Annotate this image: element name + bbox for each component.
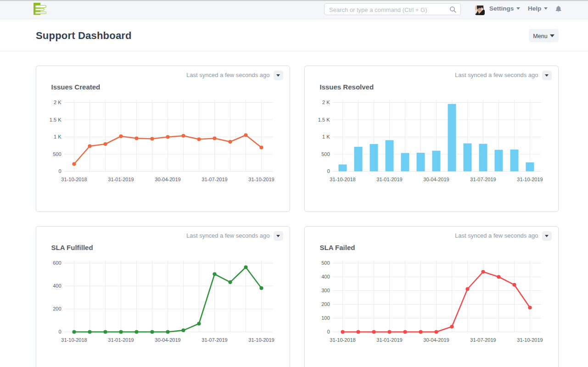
svg-text:500: 500 (321, 260, 330, 266)
svg-text:200: 200 (53, 306, 61, 311)
svg-text:30-04-2019: 30-04-2019 (423, 337, 449, 342)
svg-text:0: 0 (327, 329, 330, 334)
svg-text:500: 500 (321, 151, 330, 156)
svg-text:30-04-2019: 30-04-2019 (155, 176, 180, 182)
svg-text:31-10-2019: 31-10-2019 (517, 176, 543, 182)
svg-text:1 K: 1 K (322, 134, 330, 139)
svg-text:31-10-2018: 31-10-2018 (330, 176, 355, 182)
svg-text:31-07-2019: 31-07-2019 (470, 337, 496, 342)
svg-text:600: 600 (53, 260, 61, 266)
svg-text:31-07-2019: 31-07-2019 (470, 176, 496, 182)
svg-text:0: 0 (58, 329, 61, 334)
svg-text:31-01-2019: 31-01-2019 (376, 176, 402, 182)
svg-text:500: 500 (53, 151, 61, 156)
svg-text:31-07-2019: 31-07-2019 (202, 176, 227, 182)
svg-text:400: 400 (53, 283, 61, 289)
svg-text:31-07-2019: 31-07-2019 (202, 337, 227, 342)
svg-text:31-01-2019: 31-01-2019 (108, 176, 134, 182)
svg-text:31-10-2019: 31-10-2019 (248, 337, 274, 342)
svg-text:31-01-2019: 31-01-2019 (376, 337, 402, 342)
svg-text:0: 0 (327, 168, 330, 174)
svg-text:31-10-2018: 31-10-2018 (61, 176, 87, 182)
svg-text:1.5 K: 1.5 K (318, 117, 330, 122)
svg-text:2 K: 2 K (53, 100, 61, 105)
svg-text:100: 100 (321, 315, 330, 321)
svg-text:30-04-2019: 30-04-2019 (155, 337, 180, 342)
svg-text:31-10-2019: 31-10-2019 (248, 176, 274, 182)
svg-text:2 K: 2 K (322, 100, 330, 105)
svg-text:1.5 K: 1.5 K (49, 117, 61, 122)
svg-text:400: 400 (321, 274, 330, 279)
svg-text:200: 200 (321, 301, 330, 307)
svg-text:30-04-2019: 30-04-2019 (423, 176, 449, 182)
svg-text:31-10-2018: 31-10-2018 (330, 337, 355, 342)
svg-text:300: 300 (321, 288, 330, 293)
svg-text:0: 0 (58, 168, 61, 174)
svg-text:31-10-2018: 31-10-2018 (61, 337, 87, 342)
svg-text:31-01-2019: 31-01-2019 (108, 337, 134, 342)
svg-text:31-10-2019: 31-10-2019 (517, 337, 543, 342)
svg-text:1 K: 1 K (53, 134, 61, 139)
